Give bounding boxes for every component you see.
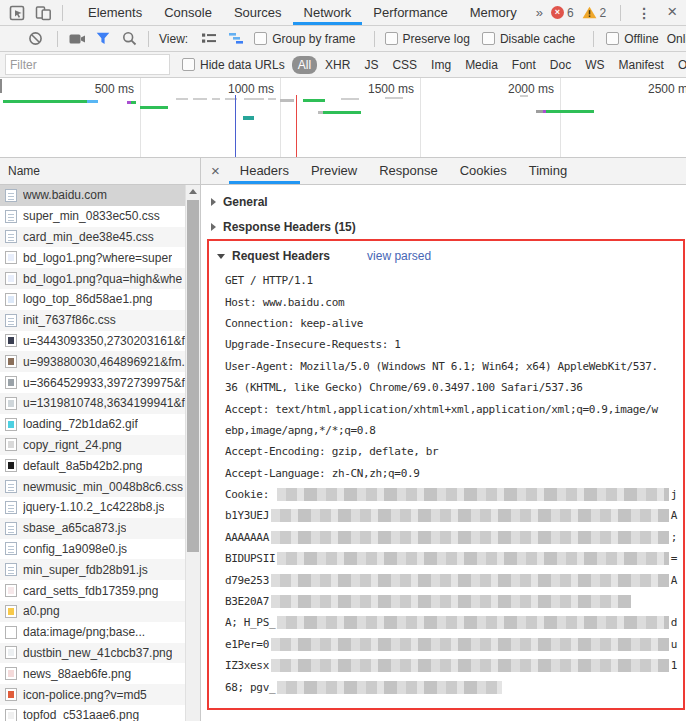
close-devtools-icon[interactable]: × <box>661 2 686 24</box>
type-filter[interactable]: JS <box>358 56 384 74</box>
scroll-up-arrow-icon[interactable] <box>189 189 197 194</box>
view-parsed-link[interactable]: view parsed <box>367 249 431 263</box>
request-row[interactable]: min_super_fdb28b91.js <box>0 559 186 580</box>
collapsed-section-header[interactable]: General <box>201 189 686 214</box>
header-text: Connection: keep-alive <box>225 317 363 330</box>
header-line: Connection: keep-alive <box>213 313 677 334</box>
inspect-element-icon[interactable] <box>4 5 30 21</box>
toolbar-divider <box>62 5 63 21</box>
type-filter[interactable]: Doc <box>544 56 577 74</box>
type-filter[interactable]: XHR <box>319 56 356 74</box>
customize-menu-icon[interactable]: ⋮ <box>627 5 661 21</box>
request-row[interactable]: news_88aeb6fe.png <box>0 663 186 684</box>
redacted-cookie-value <box>271 595 631 608</box>
request-row[interactable]: bd_logo1.png?qua=high&whe <box>0 268 186 289</box>
filter-funnel-icon[interactable] <box>90 32 116 45</box>
type-filter[interactable]: Img <box>425 56 457 74</box>
request-row[interactable]: www.baidu.com <box>0 185 186 206</box>
type-filter[interactable]: Font <box>506 56 542 74</box>
waterfall-view-icon[interactable] <box>222 32 250 45</box>
offline-option[interactable]: Offline <box>606 32 658 46</box>
detail-tab[interactable]: Headers <box>229 158 300 184</box>
preserve-log-option[interactable]: Preserve log <box>385 32 470 46</box>
request-name: default_8a5b42b2.png <box>23 459 142 473</box>
detail-tab[interactable]: Cookies <box>449 158 518 184</box>
group-by-frame-option[interactable]: Group by frame <box>254 32 355 46</box>
request-row[interactable]: data:image/png;base... <box>0 622 186 643</box>
request-row[interactable]: card_setts_fdb17359.png <box>0 580 186 601</box>
waterfall-bar <box>385 97 403 99</box>
disable-cache-checkbox[interactable] <box>482 32 495 45</box>
redacted-cookie-value <box>277 488 669 501</box>
request-row[interactable]: icon-police.png?v=md5 <box>0 684 186 705</box>
request-row[interactable]: u=3664529933,3972739975&f <box>0 372 186 393</box>
preserve-log-checkbox[interactable] <box>385 32 398 45</box>
request-row[interactable]: init_7637f86c.css <box>0 310 186 331</box>
main-tab[interactable]: Network <box>293 0 363 25</box>
request-row[interactable]: newmusic_min_0048b8c6.css <box>0 476 186 497</box>
main-tab[interactable]: Performance <box>362 0 458 25</box>
filter-input[interactable] <box>5 54 170 75</box>
main-tab[interactable]: Memory <box>459 0 528 25</box>
hide-data-urls-option[interactable]: Hide data URLs <box>182 58 285 72</box>
group-by-frame-label: Group by frame <box>272 32 355 46</box>
request-name: init_7637f86c.css <box>23 313 116 327</box>
header-line: Accept-Language: zh-CN,zh;q=0.9 <box>213 463 677 484</box>
header-line: Accept: text/html,application/xhtml+xml,… <box>213 398 677 419</box>
clear-icon[interactable] <box>23 31 47 46</box>
main-tab[interactable]: Console <box>153 0 223 25</box>
resource-type-icon <box>5 418 17 431</box>
throttling-dropdown[interactable]: Online <box>667 32 686 46</box>
main-tab[interactable]: Elements <box>77 0 153 25</box>
request-row[interactable]: card_min_dee38e45.css <box>0 227 186 248</box>
warning-badge-icon[interactable] <box>582 6 597 19</box>
request-row[interactable]: loading_72b1da62.gif <box>0 414 186 435</box>
request-row[interactable]: sbase_a65ca873.js <box>0 518 186 539</box>
close-detail-icon[interactable]: × <box>201 158 229 184</box>
hide-data-urls-checkbox[interactable] <box>182 58 195 71</box>
device-toolbar-icon[interactable] <box>30 5 56 21</box>
type-filter[interactable]: Manifest <box>613 56 670 74</box>
request-row[interactable]: a0.png <box>0 601 186 622</box>
list-view-icon[interactable] <box>196 32 222 45</box>
type-filter[interactable]: WS <box>579 56 610 74</box>
request-row[interactable]: super_min_0833ec50.css <box>0 206 186 227</box>
request-row[interactable]: jquery-1.10.2_1c4228b8.js <box>0 497 186 518</box>
request-row[interactable]: topfod_c531aae6.png <box>0 705 186 721</box>
request-list-scrollbar[interactable] <box>185 185 200 721</box>
offline-checkbox[interactable] <box>606 32 619 45</box>
detail-tab[interactable]: Timing <box>518 158 579 184</box>
name-column-header[interactable]: Name <box>0 158 200 185</box>
request-row[interactable]: config_1a9098e0.js <box>0 539 186 560</box>
detail-tab[interactable]: Response <box>368 158 449 184</box>
request-row[interactable]: logo_top_86d58ae1.png <box>0 289 186 310</box>
detail-tab[interactable]: Preview <box>300 158 368 184</box>
request-row[interactable]: u=993880030,464896921&fm. <box>0 351 186 372</box>
request-headers-section-header[interactable]: Request Headers view parsed <box>213 245 677 267</box>
type-filter[interactable]: All <box>292 56 317 74</box>
more-panels-chevron-icon[interactable]: » <box>528 0 551 25</box>
request-row[interactable]: bd_logo1.png?where=super <box>0 247 186 268</box>
scrollbar-thumb[interactable] <box>187 200 199 552</box>
group-by-frame-checkbox[interactable] <box>254 32 267 45</box>
request-row[interactable]: copy_rignt_24.png <box>0 435 186 456</box>
type-filter[interactable]: CSS <box>386 56 423 74</box>
domcontentloaded-line <box>235 95 236 157</box>
type-filter[interactable]: Other <box>672 56 686 74</box>
error-badge-icon[interactable]: × <box>551 6 564 19</box>
warning-count[interactable]: 2 <box>600 6 607 20</box>
collapsed-triangle-icon <box>211 198 216 206</box>
request-row[interactable]: default_8a5b42b2.png <box>0 455 186 476</box>
disable-cache-option[interactable]: Disable cache <box>482 32 575 46</box>
timeline-overview[interactable]: 500 ms 1000 ms 1500 ms 2000 ms 2500 ms <box>0 78 686 158</box>
request-row[interactable]: u=1319810748,3634199941&f <box>0 393 186 414</box>
search-icon[interactable] <box>116 31 142 46</box>
request-row[interactable]: u=3443093350,2730203161&f <box>0 331 186 352</box>
collapsed-section-header[interactable]: Response Headers (15) <box>201 214 686 239</box>
network-split-view: Name www.baidu.com super_min_0833ec50.cs… <box>0 158 686 721</box>
request-row[interactable]: dustbin_new_41cbcb37.png <box>0 643 186 664</box>
error-count[interactable]: 6 <box>567 6 574 20</box>
screenshot-camera-icon[interactable] <box>64 33 90 45</box>
type-filter[interactable]: Media <box>459 56 504 74</box>
main-tab[interactable]: Sources <box>223 0 293 25</box>
